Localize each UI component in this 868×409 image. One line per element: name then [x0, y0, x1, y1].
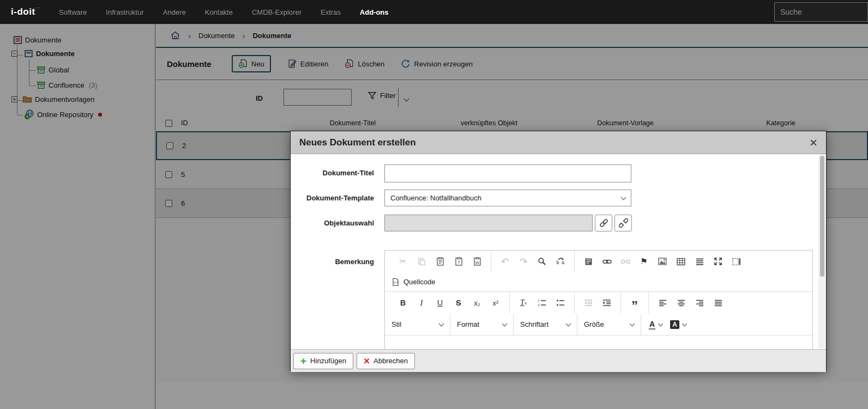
background-color-icon: A — [670, 320, 679, 329]
subscript-icon[interactable]: x₂ — [468, 295, 486, 311]
menu-kontakte[interactable]: Kontakte — [205, 8, 233, 16]
editor-toolbar-row1: ✂ T W — [385, 251, 812, 272]
replace-icon[interactable]: ba — [551, 253, 570, 270]
paste-icon[interactable] — [431, 253, 449, 270]
paste-text-icon[interactable]: T — [449, 253, 468, 270]
link-object-button[interactable] — [595, 215, 612, 231]
svg-text:W: W — [475, 260, 479, 265]
groesse-dropdown[interactable]: Größe — [577, 314, 641, 335]
abbrechen-button[interactable]: × Abbrechen — [357, 353, 415, 369]
stil-dropdown[interactable]: Stil — [385, 314, 450, 335]
modal-body: Dokument-Titel Dokument-Template Conflue… — [291, 154, 826, 349]
search-input[interactable] — [774, 2, 868, 22]
bullet-list-icon[interactable] — [551, 295, 570, 311]
format-label: Format — [457, 320, 479, 328]
dokument-template-select[interactable]: Confluence: Notfallhandbuch — [384, 190, 631, 206]
main-menu: Software Infrastruktur Andere Kontakte C… — [59, 8, 389, 16]
clipboard-group: ✂ T W — [389, 251, 491, 272]
svg-text:2: 2 — [538, 303, 540, 307]
groesse-label: Größe — [584, 320, 604, 328]
stil-label: Stil — [391, 320, 401, 328]
bemerkung-label: Bemerkung — [291, 258, 374, 266]
editor-content-area[interactable] — [385, 335, 812, 349]
menu-extras[interactable]: Extras — [321, 8, 341, 16]
insert-image-icon[interactable] — [653, 253, 672, 270]
svg-text:1: 1 — [538, 299, 540, 302]
objektauswahl-label: Objektauswahl — [291, 219, 374, 227]
modal-scrollbar[interactable] — [818, 155, 825, 349]
editor-toolbar-row2: <> Quellcode — [385, 272, 812, 292]
dokument-titel-input[interactable] — [384, 164, 631, 182]
paste-word-icon[interactable]: W — [468, 253, 486, 270]
redo-icon[interactable]: ↷ — [514, 253, 533, 270]
app-area: Dokumente − Dokumente Global — [0, 24, 868, 409]
menu-cmdb-explorer[interactable]: CMDB-Explorer — [252, 8, 302, 16]
background-color-button[interactable]: A — [670, 320, 686, 329]
horizontal-line-icon[interactable] — [690, 253, 709, 270]
objektauswahl-input — [384, 215, 593, 231]
anchor-icon[interactable]: ⚑ — [635, 253, 653, 270]
remove-link-icon[interactable] — [616, 253, 635, 270]
outdent-icon[interactable] — [579, 295, 598, 311]
text-color-icon: A — [649, 320, 655, 329]
align-group — [649, 292, 732, 314]
menu-andere[interactable]: Andere — [163, 8, 186, 16]
italic-icon[interactable]: I — [412, 295, 431, 311]
align-left-icon[interactable] — [653, 295, 672, 311]
blockquote-group: ” — [621, 292, 649, 314]
plus-icon: + — [300, 357, 306, 365]
editor-toolbar-row4: Stil Format Schriftart Größe A — [385, 314, 812, 335]
link-icon — [599, 218, 608, 228]
show-blocks-icon[interactable] — [727, 253, 746, 270]
dokument-template-label: Dokument-Template — [291, 194, 374, 202]
remove-format-icon[interactable]: Tx — [514, 295, 533, 311]
svg-text:a: a — [562, 260, 564, 265]
unlink-object-button[interactable] — [614, 215, 632, 231]
align-justify-icon[interactable] — [709, 295, 727, 311]
insert-table-icon[interactable] — [672, 253, 690, 270]
blockquote-icon[interactable]: ” — [625, 295, 644, 311]
undo-icon[interactable]: ↶ — [496, 253, 514, 270]
format-dropdown[interactable]: Format — [450, 314, 514, 335]
new-document-modal: Neues Dokument erstellen × Dokument-Tite… — [290, 131, 827, 371]
dokument-titel-label: Dokument-Titel — [291, 169, 374, 177]
strikethrough-icon[interactable]: S — [449, 295, 468, 311]
insert-group: ⚑ — [575, 251, 750, 272]
hinzufuegen-button[interactable]: + Hinzufügen — [293, 353, 353, 369]
scrollbar-thumb[interactable] — [820, 156, 824, 277]
hinzufuegen-label: Hinzufügen — [310, 357, 346, 365]
underline-icon[interactable]: U — [431, 295, 449, 311]
app-logo[interactable]: i-doit˙˙˙ — [11, 7, 40, 17]
menu-software[interactable]: Software — [59, 8, 87, 16]
bold-icon[interactable]: B — [394, 295, 412, 311]
insert-link-icon[interactable] — [598, 253, 616, 270]
cancel-x-icon: × — [364, 357, 370, 365]
text-color-button[interactable]: A — [649, 320, 662, 329]
bemerkung-editor: ✂ T W — [384, 250, 813, 349]
numbered-list-icon[interactable]: 12 — [533, 295, 551, 311]
cut-icon[interactable]: ✂ — [394, 253, 412, 270]
menu-add-ons[interactable]: Add-ons — [360, 8, 389, 16]
svg-text:<>: <> — [394, 280, 398, 284]
source-code-icon: <> — [391, 278, 400, 286]
modal-footer: + Hinzufügen × Abbrechen — [291, 349, 826, 372]
modal-title: Neues Dokument erstellen — [299, 137, 416, 148]
svg-text:T: T — [457, 260, 460, 265]
copy-icon[interactable] — [412, 253, 431, 270]
align-right-icon[interactable] — [690, 295, 709, 311]
unlink-icon — [619, 218, 628, 228]
dokument-template-value: Confluence: Notfallhandbuch — [390, 194, 481, 202]
find-icon[interactable] — [533, 253, 551, 270]
menu-infrastruktur[interactable]: Infrastruktur — [106, 8, 143, 16]
quellcode-button[interactable]: <> Quellcode — [391, 278, 436, 286]
maximize-icon[interactable] — [709, 253, 727, 270]
chevron-down-icon — [621, 194, 626, 200]
indent-icon[interactable] — [598, 295, 616, 311]
schriftart-dropdown[interactable]: Schriftart — [514, 314, 577, 335]
close-icon[interactable]: × — [810, 137, 817, 148]
align-center-icon[interactable] — [672, 295, 690, 311]
templates-icon[interactable] — [579, 253, 598, 270]
quellcode-label: Quellcode — [403, 278, 436, 286]
superscript-icon[interactable]: x² — [486, 295, 505, 311]
modal-header: Neues Dokument erstellen × — [291, 131, 826, 154]
